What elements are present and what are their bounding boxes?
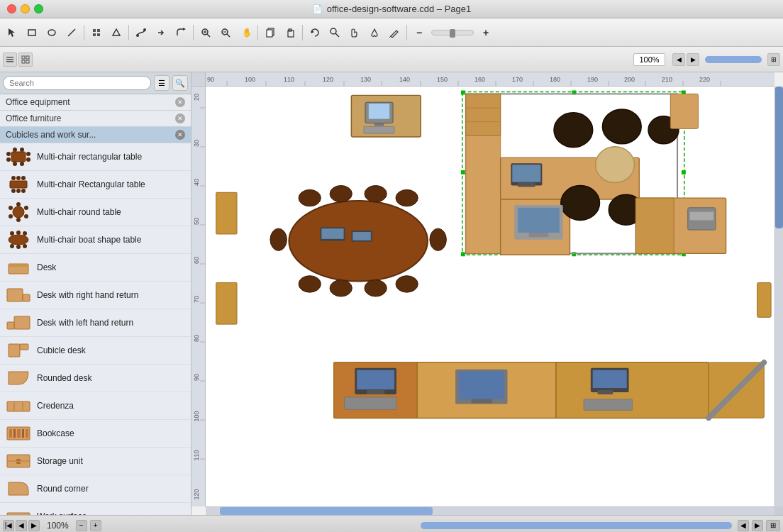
shape-item-desk[interactable]: Desk (0, 254, 191, 282)
page-progress[interactable] (421, 522, 732, 529)
svg-line-16 (227, 34, 230, 37)
prev-page-btn[interactable]: ◀ (16, 520, 27, 531)
zoom-prev[interactable]: ◀ (672, 53, 685, 66)
svg-rect-43 (10, 181, 27, 188)
grid-toggle[interactable] (18, 52, 33, 67)
panel-toggle[interactable] (3, 52, 17, 67)
shape-item-cubicle[interactable]: Cubicle desk (0, 337, 191, 365)
shape-icon-multi-chair-rect (6, 147, 31, 167)
shape-item-rounded-desk[interactable]: Rounded desk (0, 365, 191, 392)
svg-point-53 (24, 214, 28, 218)
zoom-input[interactable] (633, 53, 665, 66)
shape-item-bookcase[interactable]: Bookcase (0, 420, 191, 448)
bend-tool[interactable] (172, 23, 190, 42)
shape-item-multi-chair-boat[interactable]: Multi-chair boat shape table (0, 226, 191, 254)
shape-item-desk-left[interactable]: Desk with left hand return (0, 309, 191, 337)
svg-line-2 (68, 29, 75, 36)
zoom-slider[interactable] (431, 30, 474, 35)
svg-point-60 (23, 231, 27, 235)
zoom-plus-btn[interactable]: + (90, 520, 101, 531)
svg-rect-6 (97, 33, 100, 36)
scroll-left-btn[interactable]: ◀ (738, 520, 749, 531)
panel-search-btn[interactable]: 🔍 (172, 75, 188, 91)
svg-point-46 (21, 176, 26, 180)
arrow-tool[interactable] (152, 23, 170, 42)
close-button[interactable] (7, 4, 16, 13)
svg-rect-70 (9, 344, 20, 357)
svg-text:✋: ✋ (242, 28, 250, 38)
canvas-content[interactable] (206, 87, 774, 506)
scrollbar-thumb-v[interactable] (775, 87, 783, 228)
svg-rect-3 (93, 29, 96, 32)
svg-point-45 (16, 176, 21, 180)
svg-rect-172 (512, 165, 540, 182)
zoom-minus-btn[interactable]: − (76, 520, 87, 531)
zoom-thumb[interactable] (450, 29, 455, 38)
shape-item-work-surface[interactable]: Work surface (0, 503, 191, 515)
hand-tool[interactable] (345, 23, 364, 42)
page-scrollbar[interactable] (705, 56, 762, 63)
select-tool[interactable] (3, 23, 21, 42)
window-controls[interactable] (7, 4, 43, 13)
svg-text:100: 100 (193, 411, 200, 421)
shape-tool[interactable] (107, 23, 126, 42)
panel-menu-btn[interactable]: ☰ (154, 75, 170, 91)
pen-tool[interactable] (385, 23, 404, 42)
close-category-0[interactable]: ✕ (175, 97, 185, 107)
shape-item-multi-chair-rect2[interactable]: Multi-chair Rectangular table (0, 171, 191, 199)
svg-marker-23 (311, 31, 314, 33)
svg-rect-76 (9, 429, 12, 438)
shape-item-storage[interactable]: Storage unit (0, 448, 191, 475)
fit-page[interactable]: ⊞ (767, 53, 780, 66)
svg-text:200: 200 (624, 76, 635, 83)
horizontal-scrollbar[interactable] (206, 506, 774, 515)
canvas-area[interactable]: 90 100 110 120 130 140 150 160 170 180 (191, 72, 783, 515)
zoom-next[interactable]: ▶ (687, 53, 699, 66)
connect-tool[interactable] (132, 23, 150, 42)
shape-item-multi-chair-round[interactable]: Multi-chair round table (0, 199, 191, 226)
search-tool[interactable] (326, 23, 344, 42)
category-office-furniture[interactable]: Office furniture ✕ (0, 111, 191, 127)
plus-zoom[interactable]: + (477, 23, 495, 42)
svg-point-42 (20, 162, 24, 166)
svg-rect-69 (7, 322, 14, 329)
shape-label-2: Multi-chair round table (37, 207, 121, 217)
shape-item-round-corner[interactable]: Round corner (0, 475, 191, 503)
close-category-1[interactable]: ✕ (175, 113, 185, 123)
minimize-button[interactable] (21, 4, 30, 13)
scrollbar-thumb-h[interactable] (220, 507, 433, 515)
line-tool[interactable] (62, 23, 81, 42)
category-cubicles-work[interactable]: Cubicles and work sur... ✕ (0, 127, 191, 143)
svg-rect-83 (16, 459, 21, 461)
shape-item-credenza[interactable]: Credenza (0, 392, 191, 420)
fit-view-btn[interactable]: ⊞ (766, 520, 780, 531)
svg-rect-84 (16, 462, 21, 464)
close-category-2[interactable]: ✕ (175, 130, 185, 140)
vertical-scrollbar[interactable] (774, 87, 783, 506)
color-tool[interactable] (365, 23, 384, 42)
svg-point-154 (299, 276, 321, 292)
category-office-equipment[interactable]: Office equipment ✕ (0, 94, 191, 111)
scrollbar-corner (774, 506, 783, 515)
next-page-btn[interactable]: ▶ (28, 520, 40, 531)
pan-tool[interactable]: ✋ (236, 23, 255, 42)
ellipse-tool[interactable] (43, 23, 61, 42)
zoom-out-tool[interactable] (216, 23, 235, 42)
shape-search-input[interactable] (3, 76, 151, 90)
ruler-left: 20 30 40 50 60 70 80 90 100 110 (191, 87, 206, 506)
copy-tool[interactable] (261, 23, 279, 42)
shape-item-desk-right[interactable]: Desk with right hand return (0, 282, 191, 309)
svg-rect-181 (518, 208, 560, 233)
zoom-in-tool[interactable] (196, 23, 215, 42)
first-page-btn[interactable]: |◀ (3, 520, 14, 531)
scroll-right-btn[interactable]: ▶ (752, 520, 763, 531)
grid-tool[interactable] (87, 23, 106, 42)
paste-tool[interactable] (281, 23, 299, 42)
refresh-tool[interactable] (306, 23, 324, 42)
maximize-button[interactable] (34, 4, 43, 13)
rect-tool[interactable] (23, 23, 41, 42)
svg-text:40: 40 (193, 179, 200, 186)
shape-item-multi-chair-rect[interactable]: Multi-chair rectangular table (0, 143, 191, 171)
minus-zoom[interactable]: − (410, 23, 428, 42)
shape-label-10: Bookcase (37, 428, 74, 438)
